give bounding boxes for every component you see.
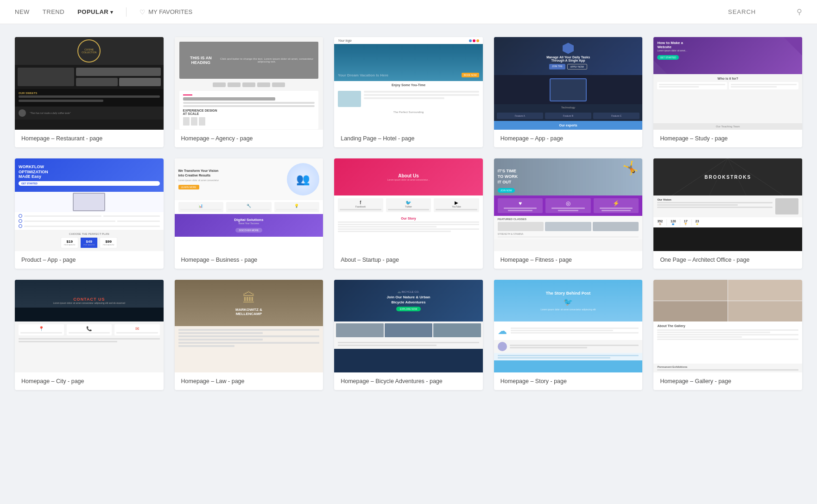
svg-rect-8 <box>60 311 66 321</box>
business-digital-sub: Boost Your Success <box>178 222 320 225</box>
nav-trend[interactable]: TREND <box>43 8 64 15</box>
product-price-title: CHOOSE THE PERFECT PLAN <box>19 233 160 235</box>
story-cloud: ☁ <box>494 321 643 340</box>
twitter-line <box>388 209 430 210</box>
app-hex-icon <box>563 43 574 54</box>
dot-2 <box>473 39 475 42</box>
product-hero: WORKFLOWOPTIMIZATIONMAdE Easy GET STARTE… <box>15 158 164 192</box>
pi-icon-3: ⚡ <box>613 200 620 207</box>
card-fitness[interactable]: IT'S TIMETO WORKIT OUT 🤸 JOIN NOW ♥ ◎ ⚡ <box>494 158 643 269</box>
card-bicycle[interactable]: 🚲 BICYCLE CO. Join Our Nature & UrbanBic… <box>334 280 483 390</box>
app-cta-bar: Our experts <box>494 121 643 130</box>
email-icon: ✉ <box>116 326 158 331</box>
fitness-purple: ♥ ◎ ⚡ <box>494 195 643 216</box>
study-team: Our Teaching Team <box>653 123 802 130</box>
contact-email: ✉ <box>114 324 160 335</box>
app-hero-text: Manage All Your Daily TasksThrough A Sin… <box>546 56 590 62</box>
svg-rect-12 <box>108 309 117 321</box>
card-label-bicycle: Homepage – Bicycle Adventures - page <box>334 372 483 390</box>
youtube-line <box>436 209 477 210</box>
hotel-cta-btn: BOOK NOW <box>462 73 479 77</box>
svg-rect-10 <box>84 310 93 321</box>
dicon-2 <box>191 117 197 126</box>
card-label-fitness: Homepage – Fitness - page <box>494 251 643 269</box>
nav-new[interactable]: NEW <box>15 8 30 15</box>
card-business[interactable]: We Transform Your Visioninto Creative Re… <box>175 158 323 269</box>
cloud-icon: ☁ <box>498 325 507 336</box>
feat-dot-3 <box>19 224 22 228</box>
hotel-nav-dots <box>469 39 479 42</box>
card-study[interactable]: How to Make aWebsite Lorem ipsum dolor s… <box>653 37 802 147</box>
restaurant-badge: CUISINECOLLECTION <box>77 39 101 63</box>
story-av-lines <box>510 345 639 348</box>
story-avatar-row <box>494 340 643 353</box>
product-laptop <box>15 192 164 212</box>
illus-people-icon: 👥 <box>296 173 310 186</box>
card-law[interactable]: 🏛 MARKOWITZ &MELLENCAMP Homepage – Law -… <box>175 280 323 390</box>
card-agency[interactable]: THIS IS AN HEADINGClick and butter to ch… <box>175 37 323 147</box>
price-card-3: $99 PER MONTH <box>100 237 117 248</box>
stat-div-3 <box>691 219 692 226</box>
nav-items: NEW TREND POPULAR ♡ MY FAVORITES <box>15 7 728 17</box>
hotel-lines <box>364 91 479 107</box>
contact-call: 📞 <box>67 324 112 335</box>
pi-icon-1: ♥ <box>519 200 522 207</box>
card-label-architect: One Page – Architect Office - page <box>653 251 802 269</box>
card-hotel[interactable]: Your logo Your Dream Vacation Is Here BO… <box>334 37 483 147</box>
startup-story-title: Our Story <box>338 217 479 220</box>
fitness-hero-text: IT'S TIMETO WORKIT OUT <box>498 169 518 185</box>
agency-text-block: EXPERIENCE DESIGNAT SCALE <box>179 91 319 129</box>
feat-dot-1 <box>19 214 22 218</box>
architect-title: BROOKSTROKS <box>704 175 751 180</box>
nav-favorites[interactable]: ♡ MY FAVORITES <box>139 8 192 16</box>
card-app[interactable]: Manage All Your Daily TasksThrough A Sin… <box>494 37 643 147</box>
architect-vision-title: Our Vision <box>657 198 773 201</box>
ci-line-1 <box>20 332 62 334</box>
bicycle-hero: 🚲 BICYCLE CO. Join Our Nature & UrbanBic… <box>334 280 483 321</box>
thumbnail-gallery: About The Gallery Permanent Exhibitions <box>653 280 802 372</box>
study-hero: How to Make aWebsite Lorem ipsum dolor s… <box>653 37 802 74</box>
study-who-title: Who is it for? <box>657 77 798 80</box>
business-illustration: 👥 <box>287 163 319 195</box>
architect-vision: Our Vision <box>653 195 802 217</box>
architect-hero: BROOKSTROKS <box>653 158 802 195</box>
card-label-study: Homepage – Study - page <box>653 130 802 147</box>
al-3 <box>657 334 798 335</box>
youtube-icon: ▶ <box>436 200 477 205</box>
card-city[interactable]: CONTACT US Lorem ipsum dolor sit amet co… <box>15 280 164 390</box>
business-sub: Lorem ipsum dolor sit amet consectetur <box>178 179 284 182</box>
card-gallery[interactable]: About The Gallery Permanent Exhibitions … <box>653 280 802 390</box>
story-avatar <box>498 342 507 351</box>
card-restaurant[interactable]: CUISINECOLLECTION OUR SWEETS <box>15 37 164 147</box>
card-startup[interactable]: About Us Lorem ipsum dolor sit amet cons… <box>334 158 483 269</box>
thumbnail-agency: THIS IS AN HEADINGClick and butter to ch… <box>175 37 323 130</box>
app-features: Feature A Feature B Feature C <box>494 111 643 121</box>
app-appnow-btn: APPLY NOW <box>567 64 587 69</box>
price-card-1: $19 PER MONTH <box>61 237 78 248</box>
card-architect[interactable]: BROOKSTROKS Our Vision 352 🏠 120 <box>653 158 802 269</box>
feat-dot-2 <box>19 219 22 223</box>
app-tech-label: Technology <box>494 104 643 111</box>
price-sub-3: PER MONTH <box>103 244 114 246</box>
startup-hero: About Us Lorem ipsum dolor sit amet cons… <box>334 158 483 195</box>
card-story[interactable]: The Story Behind Post 🐦 Lorem ipsum dolo… <box>494 280 643 390</box>
restaurant-quote: "That has not made a daily coffee taste" <box>15 107 164 120</box>
card-product[interactable]: WORKFLOWOPTIMIZATIONMAdE Easy GET STARTE… <box>15 158 164 269</box>
pi-line-5 <box>600 208 633 209</box>
thumbnail-restaurant: CUISINECOLLECTION OUR SWEETS <box>15 37 164 130</box>
app-feat-2: Feature B <box>545 113 591 119</box>
bicycle-img-3 <box>433 323 481 337</box>
business-digital-title: Digital Solutions <box>178 218 320 222</box>
fitness-cta: JOIN NOW <box>498 188 515 193</box>
startup-twitter: 🐦 Twitter <box>386 198 431 212</box>
search-input[interactable] <box>728 8 793 15</box>
price-sub-1: PER MONTH <box>64 244 75 246</box>
startup-facebook: f Facebook <box>338 198 383 212</box>
search-icon[interactable]: ⚲ <box>797 7 802 16</box>
story-sub: Lorem ipsum dolor sit amet consectetur a… <box>536 308 601 311</box>
architect-dark-footer <box>653 227 802 241</box>
svg-rect-14 <box>133 309 145 321</box>
pi-line-1 <box>504 208 537 209</box>
nav-popular[interactable]: POPULAR <box>77 8 113 15</box>
svg-rect-9 <box>68 308 83 321</box>
